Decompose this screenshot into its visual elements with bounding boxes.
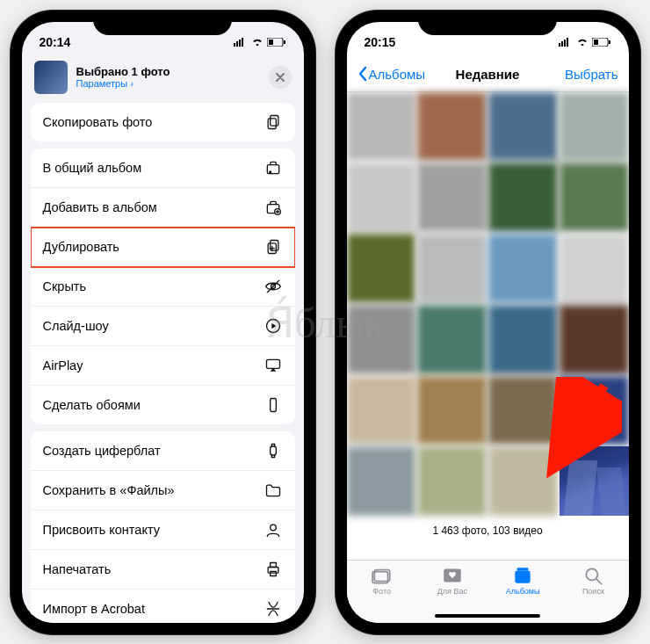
photo-thumbnail[interactable]	[347, 92, 416, 162]
svg-point-38	[587, 568, 598, 580]
svg-rect-0	[234, 43, 235, 47]
wallpaper-icon	[264, 395, 283, 415]
photo-thumbnail[interactable]	[560, 163, 629, 232]
photo-thumbnail[interactable]	[417, 92, 487, 162]
wallpaper-action[interactable]: Сделать обоями	[31, 386, 295, 424]
svg-rect-37	[517, 568, 529, 570]
svg-rect-7	[270, 115, 278, 126]
screen-photos-grid: 20:15 Альбомы Недавние Выбрать 1 463 фот…	[347, 22, 629, 623]
annotation-arrow	[534, 377, 622, 482]
cellular-icon	[559, 38, 573, 47]
share-header: Выбрано 1 фото Параметры ›	[22, 57, 304, 103]
svg-line-16	[267, 280, 278, 292]
assign-contact-action[interactable]: Присвоить контакту	[31, 510, 295, 550]
svg-rect-24	[270, 571, 276, 575]
svg-line-39	[597, 579, 602, 583]
grid-summary: 1 463 фото, 103 видео	[347, 516, 629, 546]
phone-device-right: 20:15 Альбомы Недавние Выбрать 1 463 фот…	[336, 11, 640, 634]
search-tab-icon	[581, 566, 604, 585]
close-icon	[276, 73, 285, 82]
save-files-action[interactable]: Сохранить в «Файлы»	[31, 471, 295, 510]
photo-thumbnail[interactable]	[417, 376, 487, 445]
home-indicator[interactable]	[435, 614, 540, 618]
svg-rect-20	[270, 446, 276, 455]
hide-action[interactable]: Скрыть	[31, 267, 295, 307]
photo-thumbnail[interactable]	[417, 163, 487, 232]
photo-thumbnail[interactable]	[347, 376, 416, 445]
photo-thumbnail[interactable]	[560, 305, 629, 374]
tab-search[interactable]: Поиск	[558, 566, 628, 623]
photo-thumbnail[interactable]	[347, 446, 416, 516]
action-label: Скопировать фото	[43, 115, 153, 129]
print-icon	[264, 560, 283, 579]
shared-album-icon	[264, 158, 283, 177]
selected-photo-thumbnail[interactable]	[34, 61, 68, 94]
status-time: 20:14	[40, 35, 71, 49]
status-icons	[234, 38, 286, 47]
folder-icon	[264, 481, 283, 500]
copy-action[interactable]: Скопировать фото	[31, 103, 295, 141]
svg-point-21	[270, 525, 276, 531]
battery-icon	[592, 38, 611, 47]
action-label: AirPlay	[43, 358, 83, 373]
svg-rect-6	[284, 40, 285, 44]
svg-rect-36	[515, 570, 530, 582]
action-label: В общий альбом	[43, 161, 142, 175]
hide-icon	[264, 277, 283, 296]
action-label: Сделать обоями	[43, 398, 141, 412]
svg-rect-2	[239, 40, 241, 47]
slideshow-action[interactable]: Слайд-шоу	[31, 307, 295, 346]
photo-thumbnail[interactable]	[417, 305, 487, 374]
shared-album-action[interactable]: В общий альбом	[31, 148, 295, 188]
tab-label: Поиск	[558, 587, 628, 596]
action-group: Создать циферблатСохранить в «Файлы»Прис…	[31, 431, 295, 623]
watchface-action[interactable]: Создать циферблат	[31, 431, 295, 471]
svg-rect-19	[270, 398, 276, 411]
foryou-tab-icon	[441, 566, 464, 585]
action-label: Добавить в альбом	[43, 200, 157, 214]
action-label: Создать циферблат	[43, 444, 161, 458]
close-button[interactable]	[269, 66, 292, 89]
svg-rect-1	[236, 41, 238, 47]
battery-icon	[267, 38, 286, 47]
action-label: Дублировать	[43, 240, 119, 254]
photo-thumbnail[interactable]	[488, 92, 558, 162]
action-label: Импорт в Acrobat	[43, 602, 145, 616]
svg-rect-27	[561, 41, 563, 47]
svg-rect-22	[268, 567, 278, 573]
photo-thumbnail[interactable]	[417, 446, 487, 516]
photo-thumbnail[interactable]	[347, 234, 416, 303]
action-label: Слайд-шоу	[43, 319, 109, 333]
phone-device-left: 20:14 Выбрано 1 фото Параметры › Скопиро…	[11, 11, 315, 634]
svg-rect-5	[269, 40, 273, 45]
back-button[interactable]: Альбомы	[358, 66, 444, 82]
photo-thumbnail[interactable]	[488, 163, 558, 232]
action-group: В общий альбомДобавить в альбомДублирова…	[31, 148, 295, 424]
acrobat-action[interactable]: Импорт в Acrobat	[31, 590, 295, 623]
svg-rect-32	[609, 40, 610, 44]
photo-thumbnail[interactable]	[488, 305, 558, 374]
share-options-link[interactable]: Параметры ›	[76, 78, 260, 89]
photo-thumbnail[interactable]	[347, 305, 416, 374]
photo-thumbnail[interactable]	[560, 234, 629, 303]
svg-rect-8	[268, 118, 276, 128]
print-action[interactable]: Напечатать	[31, 550, 295, 590]
select-button[interactable]: Выбрать	[531, 67, 618, 82]
duplicate-action[interactable]: Дублировать	[31, 228, 295, 267]
add-album-icon	[264, 198, 283, 217]
add-album-action[interactable]: Добавить в альбом	[31, 188, 295, 228]
tab-label: Альбомы	[488, 587, 558, 596]
svg-rect-29	[567, 38, 568, 47]
albums-tab-icon	[511, 566, 534, 585]
airplay-action[interactable]: AirPlay	[31, 346, 295, 386]
photo-thumbnail[interactable]	[560, 92, 629, 162]
photo-thumbnail[interactable]	[347, 163, 416, 232]
action-label: Скрыть	[43, 279, 87, 293]
action-label: Сохранить в «Файлы»	[43, 483, 175, 497]
svg-rect-3	[242, 38, 243, 47]
svg-rect-28	[564, 40, 566, 47]
photo-thumbnail[interactable]	[417, 234, 487, 303]
tab-photo[interactable]: Фото	[347, 566, 417, 623]
photo-thumbnail[interactable]	[488, 234, 558, 303]
acrobat-icon	[264, 599, 283, 619]
